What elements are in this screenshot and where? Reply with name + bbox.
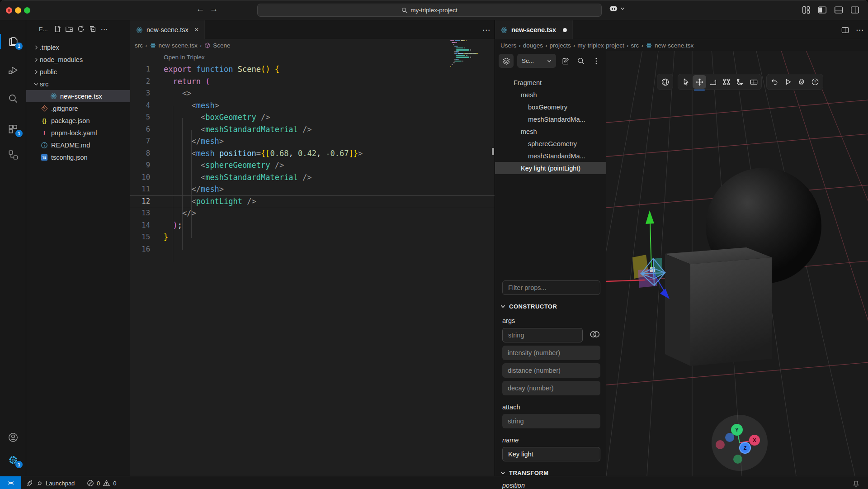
back-arrow-icon[interactable]: ←	[194, 4, 206, 14]
box-mesh[interactable]	[665, 247, 772, 366]
remote-indicator[interactable]: ><	[0, 476, 21, 489]
crumb-src[interactable]: src	[631, 42, 639, 49]
file-row-public[interactable]: public	[26, 66, 130, 78]
settings-button[interactable]: 1	[0, 449, 26, 471]
code-line-9[interactable]: 9 <sphereGeometry />	[130, 159, 495, 171]
code-line-6[interactable]: 6 <meshStandardMaterial />	[130, 123, 495, 136]
code-line-10[interactable]: 10 <meshStandardMaterial />	[130, 171, 495, 184]
forward-arrow-icon[interactable]: →	[208, 4, 220, 14]
move-tool-button[interactable]	[693, 75, 706, 89]
code-line-8[interactable]: 8 <mesh position={[0.68, 0.42, -0.67]}>	[130, 147, 495, 160]
code-line-15[interactable]: 15}	[130, 231, 495, 243]
toggle-secondary-sidebar-icon[interactable]	[850, 5, 860, 15]
code-editor[interactable]: Open in Triplex 1export function Scene()…	[130, 51, 495, 476]
scene-node-mesh[interactable]: mesh	[495, 125, 606, 138]
code-line-16[interactable]: 16	[130, 243, 495, 256]
code-line-7[interactable]: 7 </mesh>	[130, 135, 495, 147]
pointlight-gizmo[interactable]	[606, 210, 670, 299]
close-traffic-light[interactable]	[6, 7, 12, 14]
file-row-pnpm-lock-yaml[interactable]: !pnpm-lock.yaml	[26, 127, 130, 139]
problems-status-item[interactable]: 0 0	[87, 476, 116, 489]
editor-more-actions-icon[interactable]: ⋯	[482, 25, 490, 35]
code-line-13[interactable]: 13 </>	[130, 207, 495, 219]
search-scene-icon[interactable]	[575, 54, 587, 68]
crumb-projects[interactable]: projects	[550, 42, 571, 49]
sidebar-item-references[interactable]	[0, 143, 26, 166]
panel-more-actions-icon[interactable]: ⋯	[856, 25, 863, 35]
sidebar-item-run-debug[interactable]	[0, 59, 26, 81]
help-button[interactable]: ?	[808, 75, 822, 89]
name-input[interactable]: Key light	[502, 447, 600, 461]
file-row-tsconfig-json[interactable]: TStsconfig.json	[26, 151, 130, 163]
world-space-button[interactable]	[658, 75, 672, 89]
minimap[interactable]	[450, 40, 482, 104]
axis-x-ball[interactable]: X	[749, 435, 760, 446]
undo-button[interactable]	[768, 75, 781, 89]
code-line-12[interactable]: 12 <pointLight />	[130, 195, 495, 208]
new-file-icon[interactable]	[52, 24, 63, 34]
grid-toggle-button[interactable]	[747, 75, 760, 89]
code-line-1[interactable]: 1export function Scene() {	[130, 63, 495, 76]
code-line-11[interactable]: 11 </mesh>	[130, 183, 495, 195]
viewport-settings-button[interactable]	[795, 75, 808, 89]
scene-node-key-light-pointlight-[interactable]: Key light (pointLight)	[495, 162, 606, 174]
filter-props-input[interactable]: Filter props...	[502, 280, 600, 295]
launchpad-status-item[interactable]: Launchpad	[26, 476, 75, 489]
crumb-users[interactable]: Users	[500, 42, 516, 49]
file-row-readme-md[interactable]: README.md	[26, 139, 130, 151]
customize-layout-icon[interactable]	[801, 5, 811, 15]
file-row-node-modules[interactable]: node_modules	[26, 53, 130, 66]
scene-node-boxgeometry[interactable]: boxGeometry	[495, 101, 606, 113]
file-row-new-scene-tsx[interactable]: new-scene.tsx	[26, 90, 130, 102]
zoom-traffic-light[interactable]	[24, 7, 30, 14]
refresh-icon[interactable]	[75, 24, 87, 34]
breadcrumb-symbol[interactable]: Scene	[213, 42, 230, 49]
toggle-panel-icon[interactable]	[834, 5, 844, 15]
crumb-file[interactable]: new-scene.tsx	[655, 42, 693, 49]
arg-intensity-input[interactable]: intensity (number)	[502, 346, 600, 360]
sidebar-item-explorer[interactable]: 1	[0, 30, 26, 53]
collapse-all-icon[interactable]	[87, 24, 99, 34]
kebab-menu-icon[interactable]	[590, 54, 602, 68]
axis-neg-z-ball[interactable]	[725, 433, 734, 442]
layers-button[interactable]	[499, 54, 514, 68]
play-button[interactable]	[781, 75, 795, 89]
minimize-traffic-light[interactable]	[15, 7, 21, 14]
code-line-3[interactable]: 3 <>	[130, 87, 495, 100]
tab-triplex-new-scene[interactable]: new-scene.tsx	[495, 20, 573, 39]
attach-input[interactable]: string	[502, 414, 600, 428]
axis-neg-x-ball[interactable]	[716, 440, 725, 449]
notifications-status-item[interactable]	[852, 476, 860, 489]
code-line-4[interactable]: 4 <mesh>	[130, 100, 495, 112]
constructor-section-header[interactable]: CONSTRUCTOR	[500, 303, 606, 310]
sash-handle[interactable]	[492, 148, 494, 155]
accounts-button[interactable]	[0, 426, 26, 449]
split-editor-icon[interactable]	[841, 26, 849, 34]
sidebar-item-search[interactable]	[0, 87, 26, 110]
scene-node-meshstandardma-[interactable]: meshStandardMa...	[495, 150, 606, 162]
more-actions-icon[interactable]: ⋯	[99, 24, 110, 34]
codelens-open-in-triplex[interactable]: Open in Triplex	[164, 54, 205, 61]
scene-node-fragment[interactable]: Fragment	[495, 76, 606, 89]
breadcrumb-src[interactable]: src	[135, 42, 143, 49]
scene-node-meshstandardma-[interactable]: meshStandardMa...	[495, 113, 606, 125]
select-tool-button[interactable]	[679, 75, 693, 89]
lighting-mode-button[interactable]	[733, 75, 747, 89]
copilot-menu[interactable]	[609, 5, 625, 12]
axis-z-ball[interactable]: Z	[739, 442, 751, 454]
file-row-package-json[interactable]: {}package.json	[26, 114, 130, 127]
arg-distance-input[interactable]: distance (number)	[502, 363, 600, 378]
toggle-prop-type-icon[interactable]	[589, 330, 601, 340]
new-folder-icon[interactable]	[63, 24, 75, 34]
code-line-2[interactable]: 2 return (	[130, 76, 495, 88]
arg-decay-input[interactable]: decay (number)	[502, 381, 600, 395]
command-center-search[interactable]: my-triplex-project	[257, 4, 602, 17]
axis-neg-y-ball[interactable]	[733, 455, 742, 464]
orientation-gizmo[interactable]: Y X Z	[712, 415, 768, 471]
file-row-src[interactable]: src	[26, 78, 130, 90]
crumb-douges[interactable]: douges	[523, 42, 543, 49]
edit-scene-icon[interactable]	[560, 54, 571, 68]
code-line-5[interactable]: 5 <boxGeometry />	[130, 111, 495, 123]
tab-new-scene[interactable]: new-scene.tsx ×	[130, 20, 205, 39]
scene-node-mesh[interactable]: mesh	[495, 89, 606, 101]
